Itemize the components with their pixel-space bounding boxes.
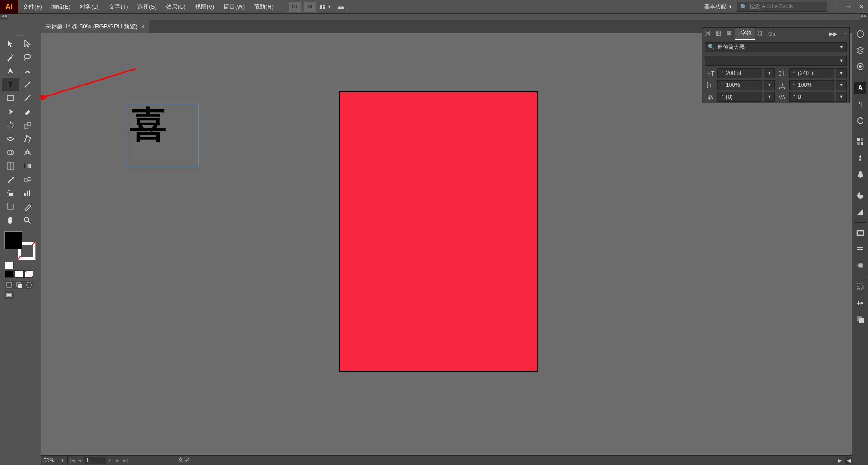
- perspective-grid-tool[interactable]: [19, 146, 36, 159]
- symbol-sprayer-tool[interactable]: [2, 186, 19, 200]
- tracking-dropdown[interactable]: ▼: [836, 92, 847, 102]
- zoom-tool[interactable]: [19, 214, 36, 227]
- document-tab[interactable]: 未标题-1* @ 50% (RGB/GPU 预览) ×: [41, 20, 149, 33]
- window-minimize[interactable]: ─: [827, 2, 841, 11]
- panel-expand-icon[interactable]: ▶▶: [826, 31, 841, 37]
- paragraph-panel-icon[interactable]: ¶: [854, 98, 866, 110]
- arrange-docs-button[interactable]: ▼: [320, 2, 331, 12]
- stroke-panel-icon[interactable]: [854, 227, 866, 239]
- font-size-field[interactable]: ⌃200 pt: [717, 68, 762, 78]
- shaper-tool[interactable]: [2, 105, 19, 119]
- scale-tool[interactable]: [19, 119, 36, 132]
- menu-select[interactable]: 选择(S): [132, 0, 161, 14]
- hand-tool[interactable]: [2, 214, 19, 227]
- kerning-dropdown[interactable]: ▼: [764, 92, 775, 102]
- column-graph-tool[interactable]: [19, 186, 36, 200]
- shape-builder-tool[interactable]: [2, 146, 19, 159]
- free-transform-tool[interactable]: [19, 132, 36, 146]
- eyedropper-tool[interactable]: [2, 173, 19, 186]
- first-artboard[interactable]: │◀: [68, 458, 76, 463]
- draw-normal[interactable]: [5, 281, 14, 289]
- menu-help[interactable]: 帮助(H): [249, 0, 278, 14]
- close-tab-icon[interactable]: ×: [141, 23, 145, 30]
- workspace-switcher[interactable]: 基本功能 ▼: [700, 3, 737, 10]
- search-stock-input[interactable]: 🔍 搜索 Adobe Stock: [737, 2, 827, 12]
- menu-window[interactable]: 窗口(W): [219, 0, 249, 14]
- menu-view[interactable]: 视图(V): [190, 0, 219, 14]
- cc-libraries-icon[interactable]: [854, 61, 866, 72]
- gpu-perf-icon[interactable]: [335, 2, 347, 12]
- window-close[interactable]: ✕: [854, 2, 868, 11]
- menu-type[interactable]: 文字(T): [104, 0, 133, 14]
- stock-button[interactable]: St: [304, 2, 316, 12]
- appearance-panel-icon[interactable]: [854, 281, 866, 293]
- magic-wand-tool[interactable]: [2, 51, 19, 64]
- pathfinder-panel-icon[interactable]: [854, 313, 866, 325]
- direct-selection-tool[interactable]: [19, 37, 36, 51]
- zoom-field[interactable]: 50% ▼: [41, 456, 68, 465]
- color-swatch-white[interactable]: [14, 270, 24, 278]
- color-guide-panel-icon[interactable]: [854, 206, 866, 218]
- slice-tool[interactable]: [19, 200, 36, 214]
- gradient-tool[interactable]: [19, 159, 36, 173]
- scroll-left-button[interactable]: ◀: [845, 457, 852, 464]
- opentype-panel-icon[interactable]: [854, 114, 866, 126]
- transparency-panel-icon[interactable]: [854, 260, 866, 271]
- font-style-dropdown[interactable]: - ▼: [705, 56, 847, 66]
- pen-tool[interactable]: [2, 64, 19, 78]
- menu-file[interactable]: 文件(F): [18, 0, 47, 14]
- paintbrush-tool[interactable]: [19, 91, 36, 105]
- properties-panel-icon[interactable]: [854, 28, 866, 40]
- vscale-dropdown[interactable]: ▼: [764, 80, 775, 90]
- eraser-tool[interactable]: [19, 105, 36, 119]
- color-swatch-black[interactable]: [5, 270, 14, 278]
- window-maximize[interactable]: ▭: [841, 2, 854, 11]
- layers-panel-icon[interactable]: [854, 44, 866, 56]
- text-content[interactable]: 喜: [127, 104, 198, 145]
- color-swatch-none[interactable]: [24, 270, 33, 278]
- fill-stroke-swatch[interactable]: [4, 231, 36, 260]
- tab-graphic[interactable]: 图: [713, 28, 724, 40]
- fill-swatch[interactable]: [4, 231, 22, 249]
- hscale-field[interactable]: ⌃100%: [789, 80, 834, 90]
- font-size-dropdown[interactable]: ▼: [764, 68, 775, 78]
- align-panel-icon[interactable]: [854, 297, 866, 309]
- rotate-tool[interactable]: [2, 119, 19, 132]
- leading-field[interactable]: ⌃(240 pt: [789, 68, 834, 78]
- lasso-tool[interactable]: [19, 51, 36, 64]
- next-artboard[interactable]: ▶: [114, 458, 122, 463]
- tab-opentype[interactable]: Op: [765, 28, 778, 40]
- swatches-panel-icon[interactable]: [854, 136, 866, 147]
- toolbox-drag-handle[interactable]: ┅┅┅: [2, 33, 38, 37]
- text-frame[interactable]: 喜: [127, 104, 199, 167]
- tab-libraries[interactable]: 库: [724, 28, 735, 40]
- color-panel-icon[interactable]: [854, 190, 866, 201]
- artboard-tool[interactable]: [2, 200, 19, 214]
- kerning-field[interactable]: ⌃(0): [717, 92, 762, 102]
- last-artboard[interactable]: ▶│: [122, 458, 130, 463]
- draw-inside[interactable]: [24, 281, 33, 289]
- panel-menu-icon[interactable]: ≡: [841, 31, 849, 37]
- left-panel-collapse[interactable]: ◀◀: [0, 14, 8, 20]
- tab-properties[interactable]: 属: [702, 28, 713, 40]
- prev-artboard[interactable]: ◀: [76, 458, 84, 463]
- type-tool[interactable]: T: [2, 78, 19, 91]
- hscale-dropdown[interactable]: ▼: [836, 80, 847, 90]
- bridge-button[interactable]: Br: [289, 2, 301, 12]
- character-panel-icon[interactable]: A: [854, 82, 866, 94]
- gradient-panel-icon[interactable]: [854, 243, 866, 255]
- menu-effect[interactable]: 效果(C): [161, 0, 190, 14]
- brushes-panel-icon[interactable]: [854, 152, 866, 164]
- symbols-panel-icon[interactable]: [854, 168, 866, 180]
- rectangle-tool[interactable]: [2, 91, 19, 105]
- artboard-dropdown[interactable]: ▼: [106, 458, 114, 463]
- blend-tool[interactable]: [19, 173, 36, 186]
- mesh-tool[interactable]: [2, 159, 19, 173]
- font-family-dropdown[interactable]: 🔍 迷你简大黑 ▼: [705, 42, 847, 52]
- line-segment-tool[interactable]: [19, 78, 36, 91]
- tracking-field[interactable]: ⌃0: [789, 92, 834, 102]
- leading-dropdown[interactable]: ▼: [836, 68, 847, 78]
- tab-paragraph[interactable]: 段: [755, 28, 765, 40]
- status-play-icon[interactable]: ▶: [834, 457, 845, 464]
- artboard-number-field[interactable]: 1: [84, 457, 106, 464]
